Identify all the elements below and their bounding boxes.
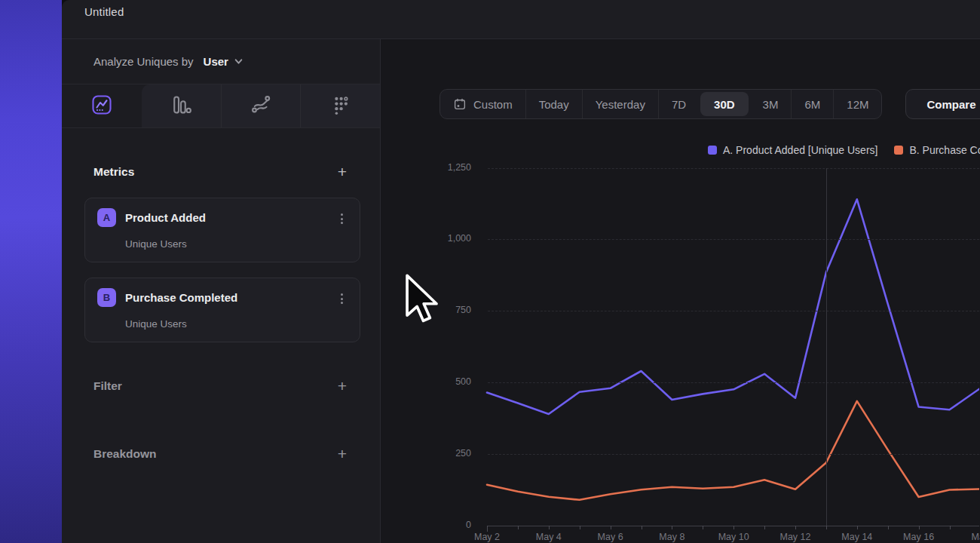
tab-line-chart[interactable] — [62, 84, 142, 127]
x-axis-label: May 2 — [474, 532, 500, 542]
chart-type-tabs — [62, 84, 380, 128]
top-bar: Untitled — [62, 0, 980, 39]
x-axis-tick — [888, 526, 889, 529]
tab-flows[interactable] — [221, 84, 301, 127]
filter-section-header: Filter + — [93, 378, 347, 394]
x-axis-label: May 8 — [659, 532, 684, 542]
x-axis-tick — [611, 526, 611, 529]
y-axis-label: 0 — [423, 520, 471, 530]
kebab-menu-icon[interactable] — [335, 291, 348, 306]
y-axis-label: 1,000 — [423, 233, 471, 244]
tab-retention[interactable] — [300, 84, 380, 127]
chevron-down-icon — [234, 57, 243, 66]
gridline-y-500 — [488, 382, 979, 383]
analyze-by-value: User — [204, 55, 228, 68]
metrics-heading: Metrics — [93, 165, 134, 179]
analyze-label: Analyze Uniques by — [93, 55, 194, 68]
series-line-b[interactable] — [487, 401, 979, 500]
x-axis-tick — [580, 526, 580, 529]
app-window: Untitled Analyze Uniques by User — [62, 0, 980, 543]
metric-badge-a: A — [97, 208, 116, 227]
vertical-gridline — [826, 168, 827, 526]
metric-name: Purchase Completed — [125, 291, 237, 304]
x-axis-tick — [487, 526, 488, 532]
bar-chart-icon — [170, 94, 192, 119]
decorative-gradient-strip — [0, 0, 62, 543]
x-axis-tick — [919, 526, 920, 529]
analyze-by-dropdown[interactable]: User — [204, 55, 243, 68]
x-axis-tick — [857, 526, 858, 529]
tab-bar-chart[interactable] — [142, 84, 221, 127]
kebab-menu-icon[interactable] — [335, 211, 348, 226]
x-axis-label: May 16 — [903, 532, 934, 542]
x-axis-tick — [795, 526, 796, 529]
report-title[interactable]: Untitled — [84, 5, 124, 18]
x-axis-label: May 4 — [536, 532, 562, 542]
x-axis-tick — [826, 526, 827, 529]
gridline-y-750 — [488, 311, 979, 311]
retention-grid-icon — [329, 94, 352, 119]
x-axis-tick — [764, 526, 765, 529]
analyze-header: Analyze Uniques by User — [62, 39, 380, 84]
metric-badge-b: B — [97, 288, 116, 307]
x-axis-tick — [950, 526, 951, 529]
line-chart-icon — [90, 94, 113, 119]
metric-card-product-added[interactable]: A Product Added Unique Users — [84, 198, 360, 262]
query-builder-panel: Analyze Uniques by User — [62, 39, 381, 543]
chart-panel: Custom Today Yesterday 7D 30D 3M 6M 12M … — [381, 39, 980, 543]
x-axis-label: May 18 — [972, 532, 980, 543]
screenshot-stage: Untitled Analyze Uniques by User — [0, 0, 980, 543]
y-axis-label: 500 — [423, 376, 471, 387]
gridline-y-250 — [488, 454, 979, 455]
x-axis-tick — [672, 526, 672, 529]
breakdown-heading: Breakdown — [93, 447, 157, 461]
add-metric-button[interactable]: + — [338, 164, 347, 179]
chart-type-tab-group — [142, 84, 380, 127]
metric-name: Product Added — [125, 211, 206, 224]
x-axis-label: May 6 — [598, 532, 623, 542]
flows-icon — [250, 94, 272, 119]
metrics-section-header: Metrics + — [93, 164, 347, 180]
x-axis-tick — [733, 526, 734, 529]
y-axis-label: 750 — [423, 305, 471, 315]
gridline-y-1250 — [488, 168, 979, 169]
y-axis-label: 250 — [423, 448, 471, 459]
y-axis-label: 1,250 — [423, 162, 471, 173]
add-breakdown-button[interactable]: + — [338, 446, 347, 462]
metric-measure: Unique Users — [125, 318, 187, 330]
filter-heading: Filter — [93, 379, 122, 393]
x-axis-label: May 12 — [780, 532, 811, 542]
x-axis-label: May 14 — [841, 532, 872, 542]
x-axis-tick — [642, 526, 642, 529]
add-filter-button[interactable]: + — [338, 379, 347, 394]
gridline-y-1000 — [488, 239, 979, 240]
breakdown-section-header: Breakdown + — [93, 446, 347, 462]
x-axis-tick — [518, 526, 519, 529]
x-axis-tick — [703, 526, 703, 529]
chart-lines-svg — [381, 39, 979, 543]
metric-measure: Unique Users — [125, 238, 187, 250]
x-axis-label: May 10 — [718, 532, 749, 542]
x-axis-tick — [549, 526, 550, 529]
metric-card-purchase-completed[interactable]: B Purchase Completed Unique Users — [84, 278, 360, 342]
line-chart-plot: 02505007501,0001,250May 2May 4May 6May 8… — [381, 39, 979, 543]
